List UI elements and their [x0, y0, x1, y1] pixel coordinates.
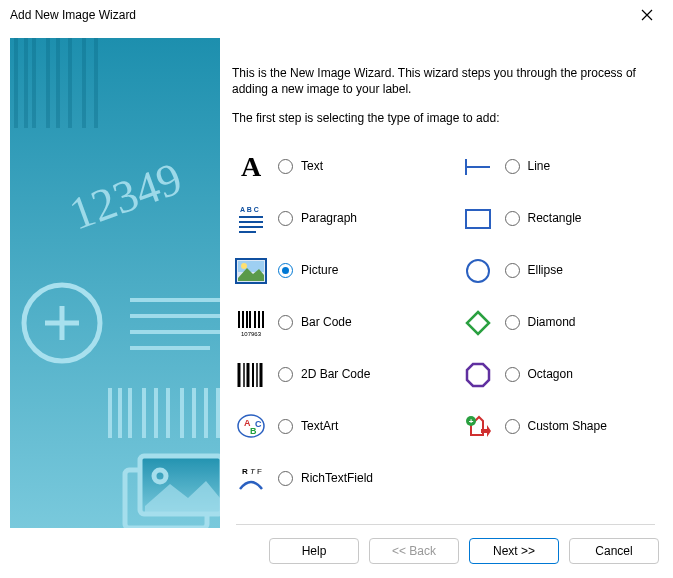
options-left-column: A Text A B C [232, 141, 429, 505]
option-paragraph: A B C Paragraph [232, 193, 429, 245]
option-octagon-label[interactable]: Octagon [528, 367, 573, 383]
richtext-icon: R T F [232, 460, 270, 498]
svg-text:F: F [257, 467, 262, 476]
svg-text:R: R [242, 467, 248, 476]
titlebar: Add New Image Wizard [0, 0, 673, 30]
step-text: The first step is selecting the type of … [232, 111, 655, 127]
close-icon [641, 9, 653, 21]
octagon-icon [459, 356, 497, 394]
svg-text:A B C: A B C [240, 206, 259, 213]
textart-icon: A B C [232, 408, 270, 446]
radio-richtext[interactable] [278, 471, 293, 486]
radio-line[interactable] [505, 159, 520, 174]
back-button[interactable]: << Back [369, 538, 459, 564]
options-grid: A Text A B C [232, 141, 655, 505]
svg-point-38 [241, 263, 247, 269]
radio-customshape[interactable] [505, 419, 520, 434]
ellipse-icon [459, 252, 497, 290]
option-line-label[interactable]: Line [528, 159, 551, 175]
svg-point-63 [467, 260, 489, 282]
cancel-button[interactable]: Cancel [569, 538, 659, 564]
svg-text:A: A [241, 152, 262, 182]
rectangle-icon [459, 200, 497, 238]
option-barcode: 107963 Bar Code [232, 297, 429, 349]
option-textart: A B C TextArt [232, 401, 429, 453]
radio-rectangle[interactable] [505, 211, 520, 226]
radio-paragraph[interactable] [278, 211, 293, 226]
option-2dbarcode: 2D Bar Code [232, 349, 429, 401]
option-rectangle: Rectangle [459, 193, 656, 245]
option-octagon: Octagon [459, 349, 656, 401]
picture-icon [232, 252, 270, 290]
close-button[interactable] [629, 1, 665, 29]
option-ellipse: Ellipse [459, 245, 656, 297]
svg-text:C: C [255, 419, 262, 429]
option-rectangle-label[interactable]: Rectangle [528, 211, 582, 227]
radio-ellipse[interactable] [505, 263, 520, 278]
svg-text:107963: 107963 [241, 331, 262, 337]
footer-buttons: Help << Back Next >> Cancel [0, 530, 673, 578]
option-text: A Text [232, 141, 429, 193]
option-customshape: + Custom Shape [459, 401, 656, 453]
radio-diamond[interactable] [505, 315, 520, 330]
radio-picture[interactable] [278, 263, 293, 278]
option-line: Line [459, 141, 656, 193]
option-2dbarcode-label[interactable]: 2D Bar Code [301, 367, 370, 383]
window-title: Add New Image Wizard [10, 8, 136, 22]
option-customshape-label[interactable]: Custom Shape [528, 419, 607, 435]
option-diamond-label[interactable]: Diamond [528, 315, 576, 331]
wizard-window: Add New Image Wizard [0, 0, 673, 578]
option-diamond: Diamond [459, 297, 656, 349]
paragraph-icon: A B C [232, 200, 270, 238]
line-icon [459, 148, 497, 186]
radio-octagon[interactable] [505, 367, 520, 382]
radio-text[interactable] [278, 159, 293, 174]
option-text-label[interactable]: Text [301, 159, 323, 175]
svg-text:+: + [468, 417, 473, 426]
svg-text:T: T [250, 467, 256, 476]
option-picture: Picture [232, 245, 429, 297]
option-barcode-label[interactable]: Bar Code [301, 315, 352, 331]
text-icon: A [232, 148, 270, 186]
options-right-column: Line Rectangle Ellipse [459, 141, 656, 505]
radio-2dbarcode[interactable] [278, 367, 293, 382]
customshape-icon: + [459, 408, 497, 446]
svg-rect-62 [466, 210, 490, 228]
help-button[interactable]: Help [269, 538, 359, 564]
option-picture-label[interactable]: Picture [301, 263, 338, 279]
option-richtext-label[interactable]: RichTextField [301, 471, 373, 487]
next-button[interactable]: Next >> [469, 538, 559, 564]
option-richtext: R T F RichTextField [232, 453, 429, 505]
wizard-sidebar-image: 12349 [10, 38, 220, 528]
radio-barcode[interactable] [278, 315, 293, 330]
barcode2d-icon [232, 356, 270, 394]
option-ellipse-label[interactable]: Ellipse [528, 263, 563, 279]
radio-textart[interactable] [278, 419, 293, 434]
main-panel: This is the New Image Wizard. This wizar… [232, 38, 663, 530]
intro-text: This is the New Image Wizard. This wizar… [232, 66, 655, 97]
option-textart-label[interactable]: TextArt [301, 419, 338, 435]
option-paragraph-label[interactable]: Paragraph [301, 211, 357, 227]
diamond-icon [459, 304, 497, 342]
barcode-icon: 107963 [232, 304, 270, 342]
content-area: 12349 [0, 30, 673, 530]
